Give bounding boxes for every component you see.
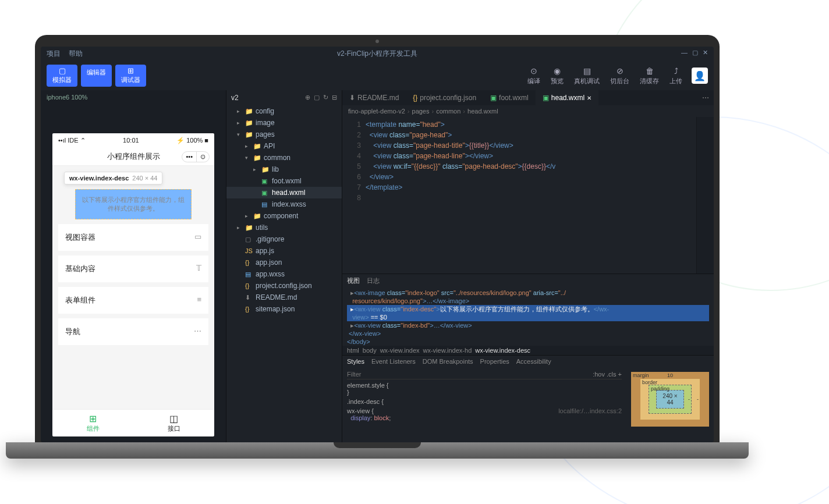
devtools-tab-视图[interactable]: 视图 (347, 276, 360, 285)
editor-panel: ⬇README.md{}project.config.json▣foot.wxm… (342, 90, 714, 442)
action-清缓存[interactable]: 🗑清缓存 (640, 66, 659, 86)
nav-bar: 小程序组件展示 ••• ⊙ (52, 148, 214, 166)
toolbar-模拟器[interactable]: ▢模拟器 (47, 65, 77, 87)
refresh-icon[interactable]: ↻ (323, 94, 328, 102)
tree-item-project.config.json[interactable]: {}project.config.json (226, 280, 342, 292)
action-编译[interactable]: ⊙编译 (527, 66, 540, 86)
list-item[interactable]: 表单组件≡ (58, 287, 208, 314)
tree-item-index.wxss[interactable]: ▤index.wxss (226, 198, 342, 210)
simulator-device: ••ıl IDE ⌃ 10:01 ⚡ 100% ■ 小程序组件展示 ••• ⊙ (52, 133, 214, 436)
tree-item-image[interactable]: ▸📁image (226, 117, 342, 129)
editor-tab-head.wxml[interactable]: ▣head.wxml✕ (536, 90, 598, 105)
tree-item-API[interactable]: ▸📁API (226, 140, 342, 152)
minimize-icon[interactable]: — (681, 49, 688, 56)
menu-help[interactable]: 帮助 (69, 49, 83, 59)
capsule-button[interactable]: ••• ⊙ (182, 151, 210, 162)
devtools-panel: 视图日志 ▸<wx-image class="index-logo" src="… (342, 274, 714, 442)
editor-tab-foot.wxml[interactable]: ▣foot.wxml (483, 90, 536, 105)
tab-组件[interactable]: ⊞组件 (52, 410, 133, 436)
toolbar-编辑器[interactable]: 编辑器 (81, 65, 112, 87)
page-title: 小程序组件展示 (107, 151, 160, 162)
tree-item-sitemap.json[interactable]: {}sitemap.json (226, 303, 342, 315)
styles-tab-DOM Breakpoints[interactable]: DOM Breakpoints (423, 358, 473, 365)
collapse-icon[interactable]: ⊟ (332, 94, 337, 102)
tree-item-common[interactable]: ▾📁common (226, 152, 342, 164)
dom-breadcrumb[interactable]: htmlbodywx-view.indexwx-view.index-hdwx-… (342, 346, 714, 355)
new-file-icon[interactable]: ⊕ (305, 94, 310, 102)
laptop-frame: 项目 帮助 v2-FinClip小程序开发工具 — ▢ ✕ ▢模拟器编辑器⊞调试… (35, 35, 720, 459)
editor-tab-README.md[interactable]: ⬇README.md (342, 90, 406, 105)
tree-item-app.js[interactable]: JSapp.js (226, 245, 342, 257)
more-tabs-icon[interactable]: ⋯ (697, 94, 714, 102)
styles-filter-input[interactable] (347, 371, 593, 378)
styles-tab-Accessibility[interactable]: Accessibility (516, 358, 551, 365)
project-root[interactable]: v2 (231, 94, 239, 102)
list-item[interactable]: 导航⋯ (58, 318, 208, 345)
editor-tabs: ⬇README.md{}project.config.json▣foot.wxm… (342, 90, 714, 105)
tree-item-config[interactable]: ▸📁config (226, 105, 342, 117)
styles-tab-Event Listeners[interactable]: Event Listeners (371, 358, 416, 365)
tree-item-foot.wxml[interactable]: ▣foot.wxml (226, 175, 342, 187)
box-model: margin 10 border - padding - 240 × 4 (626, 367, 714, 442)
tree-item-pages[interactable]: ▾📁pages (226, 129, 342, 140)
avatar[interactable]: 👤 (692, 68, 708, 84)
toolbar-调试器[interactable]: ⊞调试器 (115, 65, 146, 87)
simulator-panel: iphone6 100% ••ıl IDE ⌃ 10:01 ⚡ 100% ■ 小… (41, 90, 226, 442)
styles-tab-Properties[interactable]: Properties (480, 358, 509, 365)
ide-window: 项目 帮助 v2-FinClip小程序开发工具 — ▢ ✕ ▢模拟器编辑器⊞调试… (41, 47, 714, 442)
file-explorer: v2 ⊕ ▢ ↻ ⊟ ▸📁config▸📁image▾📁pages▸📁API▾📁… (226, 90, 342, 442)
minimap[interactable] (696, 117, 714, 274)
highlighted-element: 以下将展示小程序官方组件能力，组件样式仅供参考。 (75, 189, 192, 219)
status-bar: ••ıl IDE ⌃ 10:01 ⚡ 100% ■ (52, 133, 214, 148)
window-title: v2-FinClip小程序开发工具 (337, 49, 417, 59)
list-item[interactable]: 基础内容𝕋 (58, 255, 208, 282)
action-上传[interactable]: ⤴上传 (669, 66, 682, 86)
close-icon[interactable]: ✕ (703, 49, 708, 56)
list-item[interactable]: 视图容器▭ (58, 224, 208, 251)
hov-toggle[interactable]: :hov .cls + (593, 371, 622, 378)
element-tooltip: wx-view.index-desc 240 × 44 (64, 172, 162, 184)
menu-project[interactable]: 项目 (47, 49, 61, 59)
action-真机调试[interactable]: ▤真机调试 (574, 66, 600, 86)
editor-tab-project.config.json[interactable]: {}project.config.json (406, 90, 483, 105)
tree-item-app.wxss[interactable]: ▤app.wxss (226, 268, 342, 280)
tree-item-head.wxml[interactable]: ▣head.wxml (226, 187, 342, 198)
tree-item-component[interactable]: ▸📁component (226, 210, 342, 222)
code-editor[interactable]: 12345678 <template name="head"> <view cl… (342, 117, 714, 274)
new-folder-icon[interactable]: ▢ (314, 94, 320, 102)
action-切后台[interactable]: ⊘切后台 (610, 66, 629, 86)
tree-item-utils[interactable]: ▸📁utils (226, 222, 342, 233)
dom-tree[interactable]: ▸<wx-image class="index-logo" src="../re… (342, 288, 714, 346)
tree-item-.gitignore[interactable]: ▢.gitignore (226, 233, 342, 245)
styles-tab-Styles[interactable]: Styles (347, 358, 364, 365)
styles-panel[interactable]: :hov .cls + element.style {}.index-desc … (342, 367, 626, 442)
tree-item-README.md[interactable]: ⬇README.md (226, 292, 342, 303)
breadcrumb[interactable]: fino-applet-demo-v2›pages›common›head.wx… (342, 105, 714, 117)
tab-bar: ⊞组件◫接口 (52, 409, 214, 436)
tree-item-app.json[interactable]: {}app.json (226, 257, 342, 268)
action-预览[interactable]: ◉预览 (551, 66, 564, 86)
devtools-tab-日志[interactable]: 日志 (367, 276, 380, 285)
tab-接口[interactable]: ◫接口 (133, 410, 214, 436)
maximize-icon[interactable]: ▢ (692, 49, 698, 56)
tree-item-lib[interactable]: ▸📁lib (226, 164, 342, 175)
simulator-device-info[interactable]: iphone6 100% (41, 90, 226, 104)
toolbar: ▢模拟器编辑器⊞调试器 ⊙编译◉预览▤真机调试⊘切后台🗑清缓存⤴上传 👤 (41, 61, 714, 90)
menubar: 项目 帮助 v2-FinClip小程序开发工具 — ▢ ✕ (41, 47, 714, 61)
